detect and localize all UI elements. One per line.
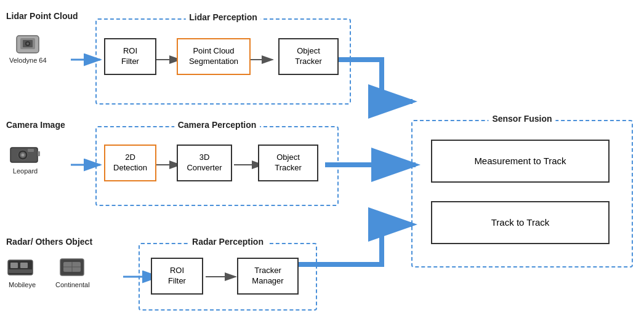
camera-icon-group: Leopard: [9, 141, 41, 173]
svg-rect-23: [10, 263, 18, 268]
camera-object-tracker: ObjectTracker: [258, 145, 318, 181]
camera-3d-converter: 3DConverter: [177, 145, 232, 181]
svg-rect-25: [9, 269, 32, 273]
velodyne-label: Velodyne 64: [9, 57, 47, 64]
camera-icon: [9, 141, 41, 166]
svg-rect-21: [28, 149, 34, 152]
lidar-object-tracker: ObjectTracker: [278, 38, 339, 75]
lidar-roi-filter: ROIFilter: [104, 38, 156, 75]
camera-perception-title: Camera Perception: [174, 120, 260, 130]
continental-icon-group: Continental: [55, 255, 90, 287]
velodyne-icon: [12, 31, 44, 55]
mobileye-icon-group: Mobileye: [6, 255, 38, 287]
diagram-container: Lidar Point Cloud Velodyne 64 Lidar Perc…: [0, 0, 644, 329]
lidar-header: Lidar Point Cloud: [6, 11, 78, 21]
lidar-point-cloud-seg: Point CloudSegmentation: [177, 38, 251, 75]
continental-icon: [57, 255, 89, 280]
svg-rect-17: [38, 151, 40, 156]
camera-header: Camera Image: [6, 120, 65, 130]
sensor-fusion-title: Sensor Fusion: [488, 114, 555, 124]
radar-tracker-manager: TrackerManager: [237, 258, 299, 295]
leopard-label: Leopard: [13, 167, 38, 175]
radar-roi-filter: ROIFilter: [151, 258, 203, 295]
radar-perception-title: Radar Perception: [188, 237, 267, 247]
camera-perception-box: Camera Perception 2DDetection 3DConverte…: [95, 126, 339, 206]
continental-label: Continental: [55, 281, 90, 288]
lidar-perception-box: Lidar Perception ROIFilter Point CloudSe…: [95, 18, 351, 105]
svg-point-20: [22, 154, 25, 157]
track-to-track: Track to Track: [431, 201, 610, 244]
sensor-fusion-box: Sensor Fusion Measurement to Track Track…: [411, 120, 633, 268]
lidar-perception-title: Lidar Perception: [185, 12, 260, 22]
measurement-to-track: Measurement to Track: [431, 140, 610, 183]
velodyne-icon-group: Velodyne 64: [9, 31, 47, 63]
radar-perception-box: Radar Perception ROIFilter TrackerManage…: [139, 243, 317, 311]
camera-2d-detection: 2DDetection: [104, 145, 156, 181]
svg-rect-24: [20, 263, 28, 268]
mobileye-icon: [6, 255, 38, 280]
svg-point-15: [26, 42, 29, 45]
radar-header: Radar/ Others Object: [6, 237, 92, 247]
mobileye-label: Mobileye: [9, 281, 36, 288]
